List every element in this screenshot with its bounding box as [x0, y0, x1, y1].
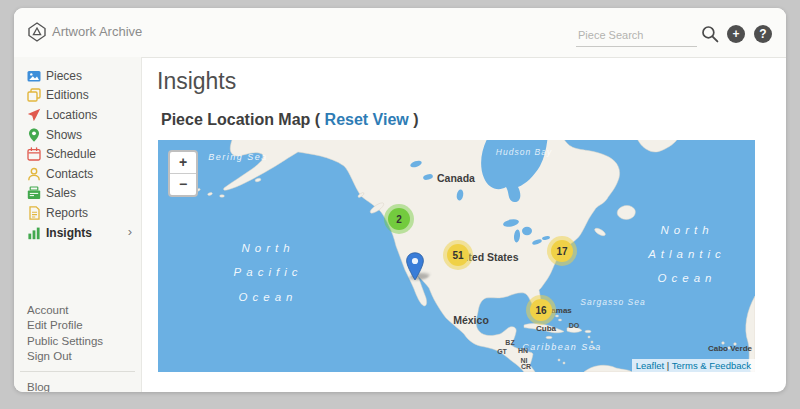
map-zoom-control: + − — [168, 150, 198, 197]
map-pin-icon — [405, 252, 425, 282]
sidebar: PiecesEditionsLocationsShowsScheduleCont… — [14, 57, 142, 392]
nova-scotia — [594, 227, 607, 237]
newfoundland — [617, 206, 635, 220]
sidebar-item-label: Contacts — [46, 167, 93, 181]
sidebar-footer-links: AccountEdit ProfilePublic SettingsSign O… — [14, 302, 141, 364]
help-button[interactable]: ? — [754, 25, 772, 43]
sidebar-item-shows[interactable]: Shows — [14, 125, 141, 145]
sidebar-item-insights[interactable]: Insights› — [14, 223, 141, 243]
reset-view-link[interactable]: Reset View — [325, 111, 409, 128]
map-section-title-suffix: ) — [409, 111, 419, 128]
brand-name: Artwork Archive — [52, 24, 142, 39]
sidebar-item-label: Schedule — [46, 147, 96, 161]
cluster-marker-17[interactable]: 17 — [551, 240, 573, 262]
puerto-rico — [585, 330, 591, 332]
top-header: Artwork Archive + ? — [14, 8, 786, 58]
sidebar-item-reports[interactable]: Reports — [14, 203, 141, 223]
map-section-title: Piece Location Map ( Reset View ) — [161, 111, 419, 129]
sidebar-item-label: Editions — [46, 88, 89, 102]
hispaniola-island — [567, 327, 582, 332]
locations-icon — [27, 108, 41, 122]
sidebar-item-locations[interactable]: Locations — [14, 105, 141, 125]
zoom-out-button[interactable]: − — [170, 173, 196, 195]
map-pin-marker[interactable] — [405, 252, 425, 282]
antilles-island — [588, 336, 590, 338]
contacts-icon — [27, 167, 41, 181]
plus-icon: + — [732, 28, 739, 40]
map-attribution: Leaflet | Terms & Feedback — [632, 359, 755, 372]
cabo-verde-island — [722, 342, 725, 345]
sidebar-item-sales[interactable]: Sales — [14, 184, 141, 204]
cuba-island — [524, 324, 564, 333]
greenland-tip — [636, 140, 679, 152]
sales-icon — [27, 186, 41, 200]
antilles-island — [563, 362, 565, 364]
antilles-island — [558, 359, 560, 361]
chevron-right-icon: › — [128, 224, 132, 239]
zoom-in-button[interactable]: + — [170, 152, 196, 173]
sidebar-item-label: Sales — [46, 186, 76, 200]
sidebar-nav: PiecesEditionsLocationsShowsScheduleCont… — [14, 66, 141, 242]
sidebar-link-public-settings[interactable]: Public Settings — [14, 333, 141, 349]
sidebar-item-label: Shows — [46, 128, 82, 142]
cluster-marker-16[interactable]: 16 — [530, 299, 552, 321]
sidebar-item-blog[interactable]: Blog — [27, 381, 50, 392]
bahamas-island — [555, 315, 558, 317]
reports-icon — [27, 206, 41, 220]
page-title: Insights — [157, 68, 236, 95]
sidebar-item-label: Insights — [46, 226, 92, 240]
bahamas-island — [558, 319, 561, 321]
insights-icon — [27, 226, 41, 240]
sidebar-item-schedule[interactable]: Schedule — [14, 144, 141, 164]
map-section-title-prefix: Piece Location Map ( — [161, 111, 325, 128]
aleutian-island — [207, 192, 212, 196]
shows-icon — [27, 128, 41, 142]
sidebar-divider — [20, 371, 135, 372]
sidebar-item-label: Reports — [46, 206, 88, 220]
app-window: Artwork Archive + ? PiecesEditionsLocati… — [14, 8, 786, 392]
search-icon[interactable] — [701, 25, 719, 43]
cluster-marker-2[interactable]: 2 — [388, 208, 410, 230]
kodiak-island — [255, 178, 262, 183]
sidebar-item-label: Locations — [46, 108, 97, 122]
sidebar-link-edit-profile[interactable]: Edit Profile — [14, 318, 141, 334]
lake-huron — [522, 227, 532, 235]
map[interactable]: Bering SeaHudson BayCanadaNorthPacificOc… — [158, 140, 755, 372]
sidebar-link-sign-out[interactable]: Sign Out — [14, 349, 141, 365]
sidebar-item-label: Pieces — [46, 69, 82, 83]
sidebar-link-account[interactable]: Account — [14, 302, 141, 318]
sidebar-item-editions[interactable]: Editions — [14, 86, 141, 106]
cabo-verde-island — [728, 347, 731, 350]
attribution-divider: | — [664, 360, 672, 371]
jamaica — [546, 336, 552, 338]
sidebar-item-contacts[interactable]: Contacts — [14, 164, 141, 184]
terms-feedback-link[interactable]: Terms & Feedback — [672, 360, 751, 371]
editions-icon — [27, 88, 41, 102]
cluster-marker-51[interactable]: 51 — [447, 244, 469, 266]
antilles-island — [593, 347, 595, 349]
question-icon: ? — [759, 28, 766, 40]
add-piece-button[interactable]: + — [727, 25, 745, 43]
screenshot-canvas: Artwork Archive + ? PiecesEditionsLocati… — [0, 0, 800, 409]
antilles-island — [591, 341, 593, 343]
leaflet-link[interactable]: Leaflet — [636, 360, 665, 371]
pieces-icon — [27, 69, 41, 83]
cabo-verde-island — [734, 343, 737, 346]
schedule-icon — [27, 147, 41, 161]
sidebar-item-pieces[interactable]: Pieces — [14, 66, 141, 86]
search-input[interactable] — [576, 24, 697, 47]
aleutian-island — [220, 195, 225, 197]
artwork-archive-logo-icon — [27, 22, 47, 42]
south-america-coast — [584, 365, 632, 372]
